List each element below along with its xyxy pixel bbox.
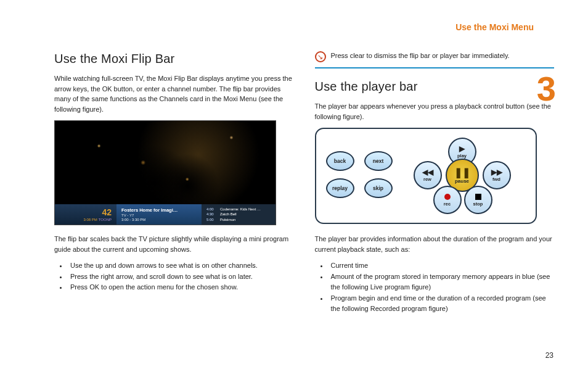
network-name: TOONP (99, 218, 112, 222)
flip-upcoming-list: 4:00Codename: Kids Next … 4:30Zatch Bell… (202, 204, 276, 225)
flip-bar-heading: Use the Moxi Flip Bar (54, 52, 294, 66)
pause-icon: ❚❚ (454, 167, 470, 178)
forward-label: fwd (492, 176, 500, 182)
chapter-number: 3 (537, 72, 556, 106)
player-bullet-list: Current time Amount of the program store… (315, 260, 555, 315)
upcoming-row: 4:30Zatch Bell (206, 212, 271, 217)
player-bar-figure: back next replay skip ▶play ◀◀rew ▶▶fwd … (315, 128, 537, 224)
record-icon (444, 194, 451, 200)
skip-button[interactable]: skip (364, 178, 393, 198)
replay-button[interactable]: replay (326, 178, 354, 198)
play-icon: ▶ (459, 145, 465, 152)
flip-bar-intro: While watching full-screen TV, the Moxi … (54, 73, 294, 114)
program-title: Fosters Home for Imagi… (121, 207, 197, 213)
right-column: ↘ Press clear to dismiss the flip bar or… (315, 52, 555, 321)
upcoming-time: 5:00 (206, 217, 220, 222)
left-column: Use the Moxi Flip Bar While watching ful… (54, 52, 294, 321)
flip-bullet-list: Use the up and down arrows to see what i… (54, 260, 294, 293)
upcoming-row: 4:00Codename: Kids Next … (206, 207, 271, 212)
upcoming-row: 5:00Pokémon (206, 217, 271, 222)
player-left-buttons: back next replay skip (326, 151, 393, 198)
watch-time: 3:08 PM (83, 218, 97, 222)
upcoming-title: Pokémon (220, 218, 235, 222)
section-header: Use the Moxi Menu (455, 22, 534, 32)
tip-note: ↘ Press clear to dismiss the flip bar or… (315, 52, 555, 68)
upcoming-time: 4:00 (206, 207, 220, 212)
rewind-button[interactable]: ◀◀rew (414, 161, 442, 189)
list-item: Press OK to open the action menu for the… (68, 282, 294, 293)
list-item: Use the up and down arrows to see what i… (68, 260, 294, 271)
player-bar-heading: Use the player bar (315, 80, 555, 94)
upcoming-title: Codename: Kids Next … (220, 207, 261, 211)
player-dpad-cluster: ▶play ◀◀rew ▶▶fwd ❚❚pause rec stop (410, 138, 515, 212)
program-rating: TV - Y7 (121, 213, 134, 217)
list-item: Amount of the program stored in temporar… (329, 271, 555, 293)
flip-channel-block: 42 3:08 PM TOONP (55, 204, 116, 225)
stop-button[interactable]: stop (464, 186, 492, 214)
flip-bar-overlay: 42 3:08 PM TOONP Fosters Home for Imagi…… (55, 204, 276, 225)
forward-icon: ▶▶ (491, 168, 502, 176)
rewind-label: rew (423, 176, 431, 182)
list-item: Press the right arrow, and scroll down t… (68, 271, 294, 283)
record-button[interactable]: rec (433, 186, 462, 214)
tip-text: Press clear to dismiss the flip bar or p… (331, 52, 510, 59)
flip-bar-figure: 42 3:08 PM TOONP Fosters Home for Imagi…… (54, 120, 276, 225)
rewind-icon: ◀◀ (422, 168, 433, 176)
back-button[interactable]: back (326, 151, 354, 171)
flip-current-program: Fosters Home for Imagi… TV - Y7 3:00 - 3… (116, 204, 202, 225)
forward-button[interactable]: ▶▶fwd (483, 161, 511, 189)
player-bar-intro: The player bar appears whenever you pres… (315, 101, 555, 122)
list-item: Program begin and end time or the durati… (329, 293, 555, 315)
stop-label: stop (473, 201, 483, 207)
record-label: rec (444, 201, 451, 207)
page-number: 23 (545, 351, 553, 360)
player-caption: The player bar provides information abou… (315, 234, 555, 254)
list-item: Current time (329, 260, 555, 271)
upcoming-time: 4:30 (206, 212, 220, 217)
stop-icon (475, 194, 481, 200)
program-time-range: 3:00 - 3:30 PM (121, 218, 145, 222)
play-label: play (457, 153, 467, 159)
upcoming-title: Zatch Bell (220, 212, 237, 216)
tip-icon: ↘ (315, 51, 326, 62)
tv-video-thumbnail (55, 121, 276, 204)
flip-caption: The flip bar scales back the TV picture … (54, 234, 294, 254)
next-button[interactable]: next (364, 151, 393, 171)
channel-number: 42 (60, 207, 112, 217)
pause-label: pause (455, 178, 469, 184)
